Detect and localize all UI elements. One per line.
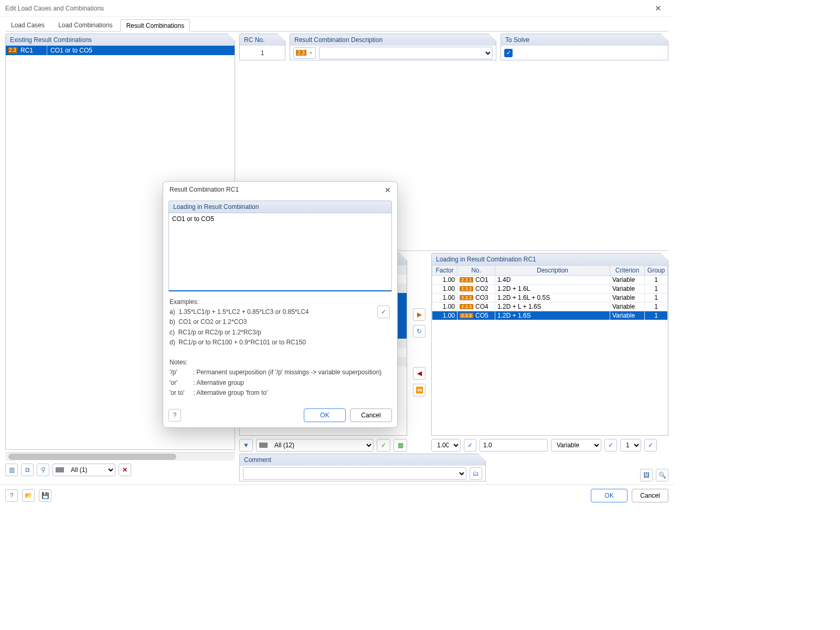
cell-criterion[interactable]: Variable bbox=[610, 311, 645, 320]
col-desc[interactable]: Description bbox=[495, 266, 610, 276]
rc-no-value[interactable]: 1 bbox=[239, 46, 285, 60]
existing-rc-row[interactable]: 2.3 RC1 CO1 or to CO5 bbox=[6, 46, 235, 55]
cell-factor[interactable]: 1.00 bbox=[432, 302, 458, 311]
col-no[interactable]: No. bbox=[458, 266, 495, 276]
col-crit[interactable]: Criterion bbox=[610, 266, 645, 276]
preview-button[interactable]: 🔍 bbox=[656, 469, 668, 481]
rc-loading-table[interactable]: Factor No. Description Criterion Group 1… bbox=[432, 265, 668, 320]
help-button[interactable]: ? bbox=[5, 489, 18, 502]
transfer-buttons: ▶ ↻ ◀ ⏪ bbox=[411, 253, 427, 452]
delete-rc-button[interactable]: ✕ bbox=[119, 464, 131, 476]
cell-desc[interactable]: 1.2D + 1.6L + 0.5S bbox=[495, 293, 610, 302]
rc-desc-type-dropdown[interactable]: 2.3 ▾ bbox=[293, 47, 316, 59]
cell-criterion[interactable]: Variable bbox=[610, 276, 645, 285]
titlebar: Edit Load Cases and Combinations ✕ bbox=[0, 0, 674, 17]
example-c: c) RC1/p or RC2/p or 1.2*RC3/p bbox=[169, 328, 391, 338]
modal-expression-input[interactable]: CO1 or to CO5 bbox=[168, 213, 392, 291]
import-button[interactable]: 📂 bbox=[22, 489, 35, 502]
cell-desc[interactable]: 1.2D + 1.6S bbox=[495, 311, 610, 320]
existing-loading-toolbar: ▼ All (12) ✓ ▦ bbox=[239, 436, 407, 452]
cell-group[interactable]: 1 bbox=[645, 302, 668, 311]
validate-expression-button[interactable]: ✓ bbox=[377, 306, 390, 318]
col-factor[interactable]: Factor bbox=[432, 266, 458, 276]
group-edit[interactable]: 1 bbox=[620, 439, 641, 452]
cell-factor[interactable]: 1.00 bbox=[432, 293, 458, 302]
cell-no[interactable]: 2.3.3CO4 bbox=[458, 302, 495, 311]
col-group[interactable]: Group bbox=[645, 266, 668, 276]
cell-no[interactable]: 2.3.3CO5 bbox=[458, 311, 495, 320]
cell-group[interactable]: 1 bbox=[645, 285, 668, 293]
filter-button[interactable]: ▼ bbox=[239, 439, 253, 452]
cell-group[interactable]: 1 bbox=[645, 276, 668, 285]
divider bbox=[47, 46, 47, 55]
rc-desc-input[interactable] bbox=[319, 47, 493, 59]
to-solve-checkbox[interactable]: ✓ bbox=[504, 49, 513, 57]
cell-desc[interactable]: 1.2D + 1.6L bbox=[495, 285, 610, 293]
grid-options-button[interactable]: ▦ bbox=[394, 439, 407, 452]
loading-filter-combo[interactable]: All (12) bbox=[256, 439, 374, 452]
example-a: a) 1.35*LC1/p + 1.5*LC2 + 0.85*LC3 or 0.… bbox=[169, 307, 391, 317]
rc-no-header: RC No. bbox=[239, 34, 285, 46]
cell-group[interactable]: 1 bbox=[645, 311, 668, 320]
remove-loading-button[interactable]: ◀ bbox=[413, 367, 426, 380]
apply-factor-button[interactable]: ✓ bbox=[464, 439, 476, 452]
tab-result-combinations[interactable]: Result Combinations bbox=[120, 19, 190, 32]
cell-criterion[interactable]: Variable bbox=[610, 293, 645, 302]
existing-rc-toolbar: ▥ ⧉ ⚲ All (1) ✕ bbox=[5, 460, 235, 476]
modal-ok-button[interactable]: OK bbox=[304, 408, 346, 422]
comment-library-button[interactable]: 🗂 bbox=[470, 467, 482, 480]
criterion-edit[interactable]: Variable bbox=[551, 439, 601, 452]
check-all-button[interactable]: ✓ bbox=[377, 439, 390, 452]
rc-table-row[interactable]: 1.002.3.2CO21.2D + 1.6LVariable1 bbox=[432, 285, 668, 293]
cell-no[interactable]: 2.3.1CO1 bbox=[458, 276, 495, 285]
modal-close-button[interactable]: ✕ bbox=[385, 186, 391, 194]
scrollbar-thumb[interactable] bbox=[8, 454, 176, 460]
window-close-button[interactable]: ✕ bbox=[647, 4, 668, 13]
comment-input[interactable] bbox=[243, 467, 466, 480]
rc-filter-combo[interactable]: All (1) bbox=[52, 464, 115, 476]
factor-edit[interactable]: 1.00 bbox=[431, 439, 461, 452]
multiplier-input[interactable] bbox=[480, 439, 548, 452]
apply-criterion-button[interactable]: ✓ bbox=[604, 439, 617, 452]
top-tabstrip: Load Cases Load Combinations Result Comb… bbox=[0, 17, 674, 31]
save-button[interactable]: 💾 bbox=[39, 489, 51, 502]
cancel-button[interactable]: Cancel bbox=[632, 489, 668, 502]
cell-no[interactable]: 2.3.2CO3 bbox=[458, 293, 495, 302]
cell-factor[interactable]: 1.00 bbox=[432, 285, 458, 293]
modal-cancel-button[interactable]: Cancel bbox=[350, 408, 392, 422]
horizontal-scrollbar[interactable] bbox=[5, 452, 235, 460]
cell-criterion[interactable]: Variable bbox=[610, 302, 645, 311]
main-window: Edit Load Cases and Combinations ✕ Load … bbox=[0, 0, 674, 506]
cell-criterion[interactable]: Variable bbox=[610, 285, 645, 293]
add-loading-button[interactable]: ▶ bbox=[413, 308, 426, 321]
rc-table-row[interactable]: 1.002.3.3CO41.2D + L + 1.6SVariable1 bbox=[432, 302, 668, 311]
cell-desc[interactable]: 1.2D + L + 1.6S bbox=[495, 302, 610, 311]
cell-desc[interactable]: 1.4D bbox=[495, 276, 610, 285]
ok-button[interactable]: OK bbox=[591, 489, 628, 502]
example-d: d) RC1/p or to RC100 + 0.9*RC101 or to R… bbox=[169, 338, 391, 348]
modal-title: Result Combination RC1 bbox=[169, 186, 385, 194]
modal-footer: ? OK Cancel bbox=[163, 405, 397, 427]
rc-table-row[interactable]: 1.002.3.3CO51.2D + 1.6SVariable1 bbox=[432, 311, 668, 320]
cell-factor[interactable]: 1.00 bbox=[432, 311, 458, 320]
modal-help-button[interactable]: ? bbox=[168, 409, 181, 422]
rc-id: RC1 bbox=[19, 47, 47, 54]
new-rc-button[interactable]: ▥ bbox=[5, 464, 18, 476]
tab-load-combinations[interactable]: Load Combinations bbox=[52, 19, 118, 31]
apply-group-button[interactable]: ✓ bbox=[644, 439, 657, 452]
modal-titlebar: Result Combination RC1 ✕ bbox=[163, 182, 397, 198]
rc-table-row[interactable]: 1.002.3.1CO11.4DVariable1 bbox=[432, 276, 668, 285]
rc-description: CO1 or to CO5 bbox=[47, 47, 235, 54]
to-solve-body: ✓ bbox=[501, 46, 668, 60]
settings-rc-button[interactable]: ⚲ bbox=[37, 464, 49, 476]
remove-all-loading-button[interactable]: ⏪ bbox=[413, 384, 426, 396]
rc-desc-header: Result Combination Description bbox=[290, 34, 496, 46]
cell-no[interactable]: 2.3.2CO2 bbox=[458, 285, 495, 293]
add-loading-alt-button[interactable]: ↻ bbox=[413, 325, 426, 338]
tab-load-cases[interactable]: Load Cases bbox=[5, 19, 50, 31]
cell-group[interactable]: 1 bbox=[645, 293, 668, 302]
cell-factor[interactable]: 1.00 bbox=[432, 276, 458, 285]
rc-table-row[interactable]: 1.002.3.2CO31.2D + 1.6L + 0.5SVariable1 bbox=[432, 293, 668, 302]
copy-rc-button[interactable]: ⧉ bbox=[21, 464, 34, 476]
show-chart-button[interactable]: 🖼 bbox=[640, 469, 653, 481]
